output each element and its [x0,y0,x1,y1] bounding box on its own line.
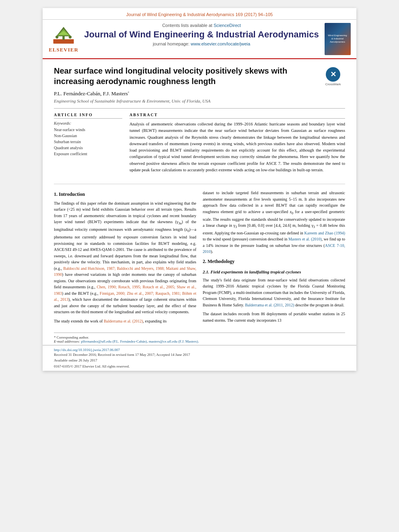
article-info-section: ARTICLE INFO Keywords: Near-surface wind… [54,113,122,173]
body-left-column: 1. Introduction The findings of this pap… [54,190,196,327]
journal-header: ELSEVIER Contents lists available at Sci… [43,20,356,59]
article-header: Near surface wind longitudinal velocity … [43,59,356,178]
body-right-column: dataset to include targeted field measur… [203,190,345,327]
keyword-1: Near-surface winds [54,127,122,133]
body-content: 1. Introduction The findings of this pap… [43,190,356,333]
doi-link[interactable]: http://dx.doi.org/10.1016/j.jweia.2017.0… [54,348,345,352]
keyword-5: Exposure coefficient [54,151,122,157]
science-direct-link[interactable]: ScienceDirect [214,23,241,28]
copyright: 0167-6105/© 2017 Elsevier Ltd. All right… [54,364,345,369]
intro-para-2: The study extends the work of Balderrama… [54,318,196,325]
section2-para-1: The study's field data originate from ne… [203,277,345,308]
keywords-label: Keywords: [54,121,122,125]
bottom-bar: http://dx.doi.org/10.1016/j.jweia.2017.0… [43,345,356,371]
intro-para-1: The findings of this paper refute the do… [54,200,196,315]
abstract-heading: ABSTRACT [130,113,345,119]
keyword-2: Non-Gaussian [54,133,122,139]
section1-heading: 1. Introduction [54,191,196,198]
affiliation: Engineering School of Sustainable Infras… [54,99,345,103]
elsevier-logo: ELSEVIER [47,23,80,55]
journal-thumbnail: Wind Engineering& IndustrialAerodynamics [323,23,352,55]
journal-homepage: journal homepage: www.elsevier.com/locat… [84,41,319,46]
elsevier-label: ELSEVIER [49,47,78,53]
top-journal-bar: Journal of Wind Engineering & Industrial… [43,8,356,20]
crossmark-label: CrossMark [325,82,341,86]
contents-line: Contents lists available at ScienceDirec… [84,23,319,28]
crossmark-icon: ✕ [326,67,340,82]
section-divider [54,184,345,184]
article-info-heading: ARTICLE INFO [54,113,122,119]
subsection-heading: 2.1. Field experiments in landfalling tr… [203,269,345,275]
journal-ref-link[interactable]: Journal of Wind Engineering & Industrial… [126,12,273,17]
journal-cover-image: Wind Engineering& IndustrialAerodynamics [325,23,351,55]
authors: P.L. Fernández-Cabán, F.J. Masters* [54,90,345,97]
abstract-section: ABSTRACT Analysis of anemometric observa… [130,113,345,173]
email-link[interactable]: plfernandez@ufl.edu (P.L. Fernández-Cabá… [81,339,199,343]
journal-title: Journal of Wind Engineering & Industrial… [84,29,319,40]
section2-para-2: The dataset includes records from 86 dep… [203,311,345,323]
footnote-area: * Corresponding author. E-mail addresses… [54,333,345,345]
article-title: Near surface wind longitudinal velocity … [54,66,291,86]
keyword-3: Suburban terrain [54,139,122,145]
footnote-symbol: * Corresponding author. [54,335,345,339]
section2-heading: 2. Methodology [203,258,345,265]
received-date: Received 31 December 2016; Received in r… [54,352,345,357]
svg-point-6 [69,35,72,38]
svg-point-5 [56,35,58,38]
article-info-abstract: ARTICLE INFO Keywords: Near-surface wind… [54,108,345,173]
homepage-link[interactable]: www.elsevier.com/locate/jweia [191,41,250,46]
elsevier-tree-icon [51,25,76,45]
journal-header-center: Contents lists available at ScienceDirec… [84,23,319,55]
footnote-email: E-mail addresses: plfernandez@ufl.edu (P… [54,339,345,343]
crossmark-badge[interactable]: ✕ CrossMark [321,67,345,86]
keyword-4: Quadrant analysis [54,145,122,151]
abstract-text: Analysis of anemometric observations col… [130,121,345,173]
right-para-1: dataset to include targeted field measur… [203,190,345,255]
keywords-list: Near-surface winds Non-Gaussian Suburban… [54,127,122,157]
available-date: Available online 26 July 2017 [54,357,345,363]
